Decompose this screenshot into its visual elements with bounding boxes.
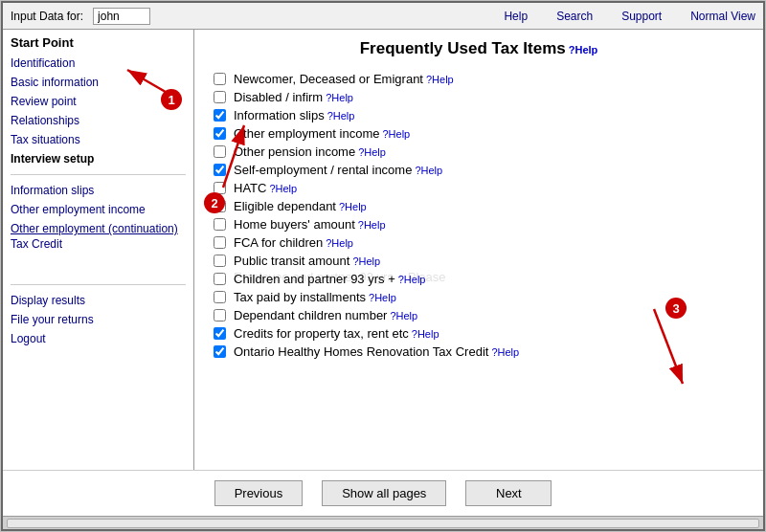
item-other-employment-checkbox[interactable] xyxy=(214,127,226,140)
item-dependant-children-checkbox[interactable] xyxy=(214,309,226,321)
list-item: Self-employment / rental income ?Help xyxy=(214,161,744,179)
list-item: Newcomer, Deceased or Emigrant ?Help xyxy=(214,70,744,88)
panel-title-help[interactable]: ?Help xyxy=(569,44,598,55)
nav-search[interactable]: Search xyxy=(556,10,593,23)
item-public-transit-checkbox[interactable] xyxy=(214,255,226,267)
item-tax-paid-checkbox[interactable] xyxy=(214,291,226,303)
item-self-employment-checkbox[interactable] xyxy=(214,164,226,176)
sidebar-item-relationships[interactable]: Relationships xyxy=(11,111,186,130)
item-self-employment-help[interactable]: ?Help xyxy=(415,165,442,176)
item-disabled-help[interactable]: ?Help xyxy=(326,92,353,103)
nav-help[interactable]: Help xyxy=(504,10,528,23)
sidebar: Start Point Identification Basic informa… xyxy=(3,30,194,470)
sidebar-item-information-slips[interactable]: Information slips xyxy=(11,181,186,200)
list-item: Ontario Healthy Homes Renovation Tax Cre… xyxy=(214,343,744,361)
top-nav: Help Search Support Normal View xyxy=(504,10,755,23)
scrollbar-track[interactable] xyxy=(7,519,759,528)
sidebar-item-basic-information[interactable]: Basic information xyxy=(11,73,186,92)
horizontal-scrollbar[interactable] xyxy=(3,516,763,529)
right-panel: Frequently Used Tax Items?Help Newcomer,… xyxy=(194,30,763,470)
badge-1: 1 xyxy=(161,89,182,110)
bottom-bar: Previous Show all pages Next xyxy=(3,470,763,516)
show-all-pages-button[interactable]: Show all pages xyxy=(322,480,446,506)
nav-normal-view[interactable]: Normal View xyxy=(690,10,755,23)
item-newcomer-help[interactable]: ?Help xyxy=(426,74,454,85)
item-newcomer-checkbox[interactable] xyxy=(214,73,226,85)
sidebar-section-title: Start Point xyxy=(11,35,186,50)
item-other-pension-help[interactable]: ?Help xyxy=(358,146,386,158)
item-public-transit-help[interactable]: ?Help xyxy=(352,255,380,267)
list-item: Tax paid by installments ?Help xyxy=(214,288,744,306)
items-list: Newcomer, Deceased or Emigrant ?Help Dis… xyxy=(214,70,744,361)
list-item: Eligible dependant ?Help xyxy=(214,197,744,215)
item-home-buyers-checkbox[interactable] xyxy=(214,218,226,231)
item-fca-help[interactable]: ?Help xyxy=(326,237,353,249)
item-ontario-healthy-checkbox[interactable] xyxy=(214,345,226,358)
item-info-slips-help[interactable]: ?Help xyxy=(327,110,355,122)
sidebar-item-tax-credit[interactable]: Tax Credit xyxy=(11,234,62,254)
list-item: Disabled / infirm ?Help xyxy=(214,88,744,106)
list-item: Dependant children number ?Help xyxy=(214,306,744,324)
item-info-slips-checkbox[interactable] xyxy=(214,109,226,122)
item-credits-property-checkbox[interactable] xyxy=(214,327,226,340)
list-item: Other employment income ?Help xyxy=(214,124,744,143)
list-item: Home buyers' amount ?Help xyxy=(214,215,744,233)
item-children-partner-help[interactable]: ?Help xyxy=(398,274,426,285)
input-data-label: Input Data for: xyxy=(11,10,83,23)
sidebar-item-tax-situations[interactable]: Tax situations xyxy=(11,130,186,149)
item-home-buyers-help[interactable]: ?Help xyxy=(358,219,386,231)
item-eligible-dependant-help[interactable]: ?Help xyxy=(339,201,367,212)
item-dependant-children-help[interactable]: ?Help xyxy=(390,310,417,321)
list-item: Children and partner 93 yrs + ?Help Empl… xyxy=(214,270,744,288)
list-item: HATC ?Help xyxy=(214,179,744,197)
previous-button[interactable]: Previous xyxy=(214,480,304,506)
badge-3: 3 xyxy=(665,298,687,319)
item-disabled-checkbox[interactable] xyxy=(214,91,226,103)
item-credits-property-help[interactable]: ?Help xyxy=(412,328,439,340)
item-fca-checkbox[interactable] xyxy=(214,236,226,249)
item-other-pension-checkbox[interactable] xyxy=(214,145,226,158)
list-item: Public transit amount ?Help xyxy=(214,252,744,270)
sidebar-item-other-employment[interactable]: Other employment income xyxy=(11,200,186,219)
item-other-employment-help[interactable]: ?Help xyxy=(382,128,410,140)
item-ontario-healthy-help[interactable]: ?Help xyxy=(491,346,519,358)
panel-title: Frequently Used Tax Items?Help xyxy=(214,39,744,58)
top-bar: Input Data for: Help Search Support Norm… xyxy=(3,3,763,30)
sidebar-item-identification[interactable]: Identification xyxy=(11,54,186,73)
sidebar-item-interview-setup[interactable]: Interview setup xyxy=(11,149,186,168)
badge-2: 2 xyxy=(204,192,225,213)
sidebar-item-file-returns[interactable]: File your returns xyxy=(11,310,186,329)
list-item: Other pension income ?Help xyxy=(214,143,744,161)
list-item: Credits for property tax, rent etc ?Help xyxy=(214,324,744,343)
sidebar-item-display-results[interactable]: Display results xyxy=(11,291,186,310)
nav-support[interactable]: Support xyxy=(621,10,662,23)
item-children-partner-checkbox[interactable] xyxy=(214,273,226,285)
list-item: Information slips ?Help xyxy=(214,106,744,124)
sidebar-item-review-point[interactable]: Review point xyxy=(11,92,186,111)
input-data-field[interactable] xyxy=(93,8,150,25)
sidebar-item-logout[interactable]: Logout xyxy=(11,329,186,348)
list-item: FCA for children ?Help xyxy=(214,233,744,252)
next-button[interactable]: Next xyxy=(465,480,552,506)
item-hatc-help[interactable]: ?Help xyxy=(269,183,297,194)
item-tax-paid-help[interactable]: ?Help xyxy=(369,292,396,303)
